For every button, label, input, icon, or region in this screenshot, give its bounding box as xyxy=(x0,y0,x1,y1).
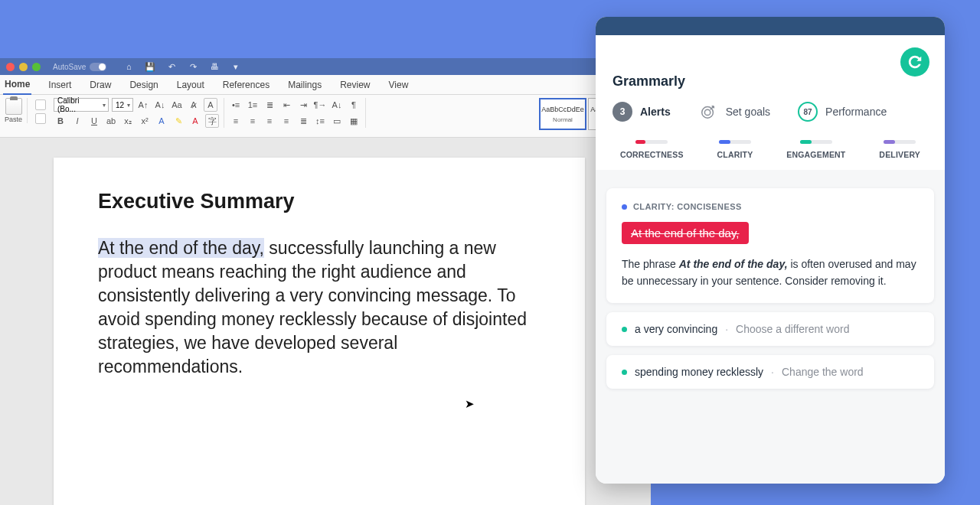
ltr-icon[interactable]: ¶→ xyxy=(313,98,327,112)
doc-body-text: successfully launching a new product mea… xyxy=(98,238,527,376)
bullets-icon[interactable]: •≡ xyxy=(229,98,243,112)
highlight-icon[interactable]: ✎ xyxy=(172,114,185,128)
italic-icon[interactable]: I xyxy=(70,114,84,128)
text-effects-icon[interactable]: A xyxy=(155,114,168,128)
close-window-icon[interactable] xyxy=(6,63,15,71)
suggestion-card-2[interactable]: a very convincing · Choose a different w… xyxy=(606,312,934,346)
change-case-icon[interactable]: Aa xyxy=(170,98,184,112)
ribbon: Paste Calibri (Bo... 12 A↑ A↓ Aa A̷ A B … xyxy=(0,95,651,138)
clipboard-extras xyxy=(32,98,49,125)
grow-font-icon[interactable]: A↑ xyxy=(136,98,150,112)
grammarly-header-bar xyxy=(596,17,945,35)
shrink-font-icon[interactable]: A↓ xyxy=(153,98,167,112)
word-title-bar: AutoSave ⌂ 💾 ↶ ↷ 🖶 ▾ xyxy=(0,58,651,75)
highlighted-phrase: At the end of the day, xyxy=(98,238,264,258)
paste-button[interactable]: Paste xyxy=(5,98,28,123)
justify-icon[interactable]: ≡ xyxy=(279,114,293,128)
cut-icon[interactable] xyxy=(35,99,46,110)
remove-phrase-chip[interactable]: At the end of the day, xyxy=(622,222,749,244)
char-border-icon[interactable]: A xyxy=(204,98,217,112)
minimize-window-icon[interactable] xyxy=(19,63,28,71)
tab-layout[interactable]: Layout xyxy=(175,76,206,94)
bar-icon xyxy=(884,140,916,144)
doc-heading: Executive Summary xyxy=(98,190,539,213)
tab-design[interactable]: Design xyxy=(128,76,159,94)
card-action: Choose a different word xyxy=(736,323,849,335)
target-icon xyxy=(698,102,718,122)
bold-icon[interactable]: B xyxy=(54,114,67,128)
line-spacing-icon[interactable]: ↕≡ xyxy=(313,114,327,128)
category-delivery[interactable]: DELIVERY xyxy=(879,140,920,159)
separator: · xyxy=(771,366,774,378)
home-icon[interactable]: ⌂ xyxy=(122,60,136,73)
tab-set-goals[interactable]: Set goals xyxy=(698,102,770,122)
chevron-down-icon[interactable]: ▾ xyxy=(229,60,243,73)
goals-label: Set goals xyxy=(726,106,770,118)
grammarly-logo-icon xyxy=(900,47,929,77)
subscript-icon[interactable]: x₂ xyxy=(121,114,135,128)
undo-icon[interactable]: ↶ xyxy=(165,60,178,73)
superscript-icon[interactable]: x² xyxy=(138,114,152,128)
grammarly-tabs: 3 Alerts Set goals 87 Performance xyxy=(596,97,945,135)
pilcrow-icon[interactable]: ¶ xyxy=(347,98,361,112)
suggestion-card-main[interactable]: CLARITY: CONCISENESS At the end of the d… xyxy=(606,188,934,303)
tab-alerts[interactable]: 3 Alerts xyxy=(612,102,671,122)
tab-insert[interactable]: Insert xyxy=(47,76,73,94)
enclose-char-icon[interactable]: 字 xyxy=(205,114,219,128)
tab-view[interactable]: View xyxy=(387,76,410,94)
tab-references[interactable]: References xyxy=(221,76,271,94)
tab-home[interactable]: Home xyxy=(3,75,31,95)
save-icon[interactable]: 💾 xyxy=(143,60,157,73)
tab-review[interactable]: Review xyxy=(338,76,371,94)
decrease-indent-icon[interactable]: ⇤ xyxy=(279,98,293,112)
multilevel-icon[interactable]: ≣ xyxy=(263,98,276,112)
toggle-icon xyxy=(90,63,106,71)
style-normal[interactable]: AaBbCcDdEe Normal xyxy=(539,98,586,130)
maximize-window-icon[interactable] xyxy=(32,63,41,71)
sort-icon[interactable]: A↓ xyxy=(330,98,344,112)
font-color-icon[interactable]: A xyxy=(188,114,202,128)
word-window: AutoSave ⌂ 💾 ↶ ↷ 🖶 ▾ Home Insert Draw De… xyxy=(0,58,651,505)
font-family-select[interactable]: Calibri (Bo... xyxy=(54,98,109,112)
grammarly-panel: Grammarly 3 Alerts Set goals 87 Performa… xyxy=(596,17,945,484)
distribute-icon[interactable]: ≣ xyxy=(296,114,310,128)
shading-icon[interactable]: ▭ xyxy=(330,114,344,128)
align-right-icon[interactable]: ≡ xyxy=(263,114,276,128)
redo-icon[interactable]: ↷ xyxy=(186,60,200,73)
clear-format-icon[interactable]: A̷ xyxy=(187,98,201,112)
bar-icon xyxy=(635,140,668,144)
separator: · xyxy=(725,323,728,335)
format-painter-icon[interactable] xyxy=(35,113,46,124)
borders-icon[interactable]: ▦ xyxy=(347,114,361,128)
tab-performance[interactable]: 87 Performance xyxy=(798,102,887,122)
dot-icon xyxy=(622,204,627,210)
performance-score-badge: 87 xyxy=(798,102,818,122)
autosave-toggle[interactable]: AutoSave xyxy=(53,63,106,71)
suggestion-card-3[interactable]: spending money recklessly · Change the w… xyxy=(606,355,934,389)
document-canvas: Executive Summary At the end of the day,… xyxy=(0,138,651,505)
increase-indent-icon[interactable]: ⇥ xyxy=(296,98,310,112)
bar-icon xyxy=(800,140,832,144)
card-phrase: a very convincing xyxy=(635,323,717,335)
tab-mailings[interactable]: Mailings xyxy=(286,76,323,94)
print-icon[interactable]: 🖶 xyxy=(207,60,221,73)
tab-draw[interactable]: Draw xyxy=(88,76,113,94)
alerts-count-badge: 3 xyxy=(612,102,632,122)
font-size-select[interactable]: 12 xyxy=(112,98,133,112)
category-clarity[interactable]: CLARITY xyxy=(717,140,753,159)
numbering-icon[interactable]: 1≡ xyxy=(246,98,260,112)
paste-label: Paste xyxy=(5,116,22,123)
alerts-label: Alerts xyxy=(640,106,671,118)
align-left-icon[interactable]: ≡ xyxy=(229,114,243,128)
performance-label: Performance xyxy=(825,106,887,118)
strike-icon[interactable]: ab xyxy=(104,114,118,128)
card-phrase: spending money recklessly xyxy=(635,366,763,378)
underline-icon[interactable]: U xyxy=(87,114,101,128)
category-engagement[interactable]: ENGAGEMENT xyxy=(786,140,845,159)
category-correctness[interactable]: CORRECTNESS xyxy=(620,140,684,159)
document-page[interactable]: Executive Summary At the end of the day,… xyxy=(54,158,585,505)
align-center-icon[interactable]: ≡ xyxy=(246,114,260,128)
card-category-tag: CLARITY: CONCISENESS xyxy=(622,202,919,211)
dot-icon xyxy=(622,370,627,375)
bar-icon xyxy=(719,140,751,144)
